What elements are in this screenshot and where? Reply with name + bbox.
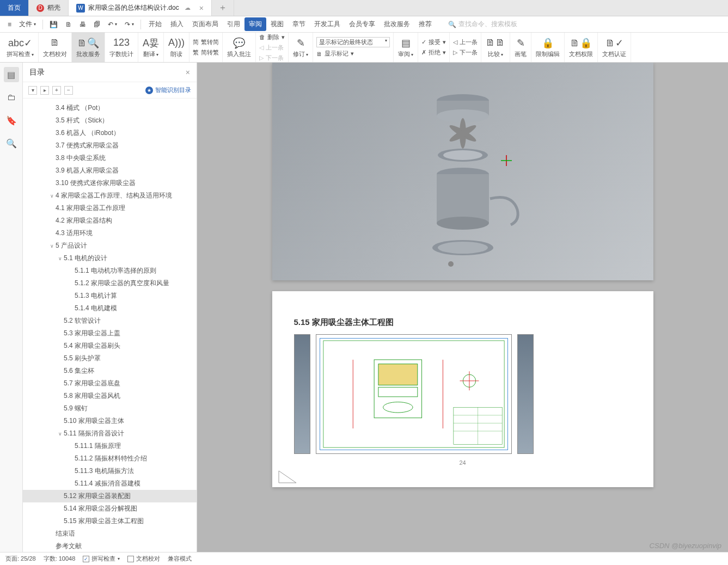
toc-item[interactable]: 3.10 便携式迷你家用吸尘器 (23, 177, 197, 189)
status-proof[interactable]: 文档校对 (127, 555, 160, 563)
search-box[interactable]: 🔍 查找命令、搜索模板 (448, 20, 517, 29)
ribbon-insert-comment[interactable]: 💬插入批注 (223, 33, 256, 62)
ribbon-tab-5[interactable]: 视图 (266, 17, 288, 31)
toc-item[interactable]: 结束语 (23, 527, 197, 540)
qat-undo[interactable]: ↶▾ (105, 19, 120, 30)
ribbon-markup-service[interactable]: 🗎🔍批改服务 (72, 33, 105, 62)
ribbon-doc-perms[interactable]: 🗎🔒文档权限 (565, 33, 598, 62)
toc-item[interactable]: 5.1.2 家用吸尘器的真空度和风量 (23, 277, 197, 290)
toc-item[interactable]: 5.2 软管设计 (23, 315, 197, 327)
toc-close-button[interactable]: × (186, 68, 190, 77)
ribbon-tab-0[interactable]: 开始 (144, 17, 166, 31)
status-wordcount[interactable]: 字数: 10048 (44, 555, 76, 563)
ribbon-tab-8[interactable]: 会员专享 (345, 17, 380, 31)
qat-print-preview[interactable]: 🗎 (62, 19, 75, 30)
toc-item[interactable]: 5.1.3 电机计算 (23, 290, 197, 302)
toc-item[interactable]: 5.1.4 电机建模 (23, 302, 197, 315)
ribbon-prev-change[interactable]: ◁上一条 (453, 38, 478, 47)
toc-item[interactable]: 5.4 家用吸尘器刷头 (23, 340, 197, 352)
ribbon-next-comment[interactable]: ▷下一条 (259, 53, 285, 63)
ribbon-to-traditional[interactable]: 繁简转繁 (193, 48, 219, 57)
ribbon-translate[interactable]: A㚻翻译▾ (138, 33, 164, 62)
ribbon-tab-3[interactable]: 引用 (223, 17, 244, 31)
qat-print[interactable]: 🖶 (76, 19, 89, 30)
ribbon-review-pane[interactable]: ▤审阅▾ (394, 33, 418, 62)
toc-item[interactable]: 5.6 集尘杯 (23, 365, 197, 377)
ribbon-spellcheck[interactable]: abc✓拼写检查▾ (2, 33, 39, 62)
tab-close-button[interactable]: × (199, 4, 204, 13)
document-canvas[interactable]: 5.15 家用吸尘器主体工程图 (197, 63, 728, 552)
toc-expand-all[interactable]: ▾ (28, 86, 37, 95)
toc-item[interactable]: ∨5.11 隔振消音器设计 (23, 427, 197, 440)
ribbon-read-aloud[interactable]: A)))朗读 (164, 33, 189, 62)
toc-item[interactable]: 3.8 中央吸尘系统 (23, 152, 197, 164)
ribbon-tab-2[interactable]: 页面布局 (188, 17, 223, 31)
toc-item[interactable]: 3.4 桶式 （Pot） (23, 102, 197, 114)
toc-item[interactable]: ∨4 家用吸尘器工作原理、结构及适用环境 (23, 189, 197, 202)
toc-item[interactable]: 3.5 杆式 （Stick） (23, 114, 197, 127)
nav-search-button[interactable]: 🔍 (4, 136, 19, 151)
ribbon-next-change[interactable]: ▷下一条 (453, 48, 478, 57)
tab-document[interactable]: W 家用吸尘器的总体结构设计.doc ☁ × (69, 0, 212, 16)
toc-item[interactable]: 5.11.1 隔振原理 (23, 440, 197, 452)
ribbon-reject[interactable]: ✗拒绝▾ (421, 48, 446, 57)
qat-redo[interactable]: ↷▾ (121, 19, 137, 30)
ribbon-accept[interactable]: ✓接受▾ (421, 38, 446, 47)
ribbon-brush[interactable]: ✎画笔 (510, 33, 531, 62)
nav-outline-button[interactable]: ▤ (4, 67, 19, 82)
toc-item[interactable]: 4.2 家用吸尘器结构 (23, 214, 197, 227)
toc-item[interactable]: 5.1.1 电动机功率选择的原则 (23, 265, 197, 277)
ribbon-prev-comment[interactable]: ◁上一条 (259, 43, 285, 52)
toc-item[interactable]: 5.10 家用吸尘器主体 (23, 415, 197, 427)
ribbon-doc-proof[interactable]: 🗎文档校对 (39, 33, 72, 62)
ribbon-tab-4[interactable]: 审阅 (244, 17, 266, 31)
toc-demote[interactable]: − (64, 86, 73, 95)
status-spellcheck[interactable]: ✓拼写检查 ▾ (83, 555, 120, 563)
toc-item[interactable]: 5.11.2 隔振材料特性介绍 (23, 452, 197, 465)
toc-item[interactable]: 5.7 家用吸尘器底盘 (23, 377, 197, 390)
ribbon-tab-6[interactable]: 章节 (288, 17, 310, 31)
status-compat-mode[interactable]: 兼容模式 (168, 555, 192, 563)
qat-save[interactable]: 💾 (46, 19, 61, 30)
ribbon-to-simplified[interactable]: 简繁转简 (193, 38, 219, 47)
toc-item[interactable]: 3.6 机器人 （iRobot） (23, 127, 197, 139)
ribbon-tab-1[interactable]: 插入 (166, 17, 188, 31)
toc-item[interactable]: ∨5.1 电机的设计 (23, 252, 197, 265)
chevron-down-icon[interactable]: ∨ (48, 193, 56, 199)
ribbon-wordcount[interactable]: 123字数统计 (105, 33, 138, 62)
ribbon-compare[interactable]: 🗎🗎比较▾ (481, 33, 510, 62)
toc-promote[interactable]: + (52, 86, 61, 95)
toc-list[interactable]: 3.4 桶式 （Pot）3.5 杆式 （Stick）3.6 机器人 （iRobo… (23, 99, 197, 552)
toc-item[interactable]: 5.5 刷头护罩 (23, 352, 197, 365)
toc-item[interactable]: 5.11.3 电机隔振方法 (23, 465, 197, 477)
chevron-down-icon[interactable]: ∨ (56, 256, 64, 261)
ribbon-tab-9[interactable]: 批改服务 (380, 17, 414, 31)
tab-add[interactable]: ＋ (212, 0, 234, 16)
qat-export[interactable]: 🗐 (90, 19, 103, 30)
ribbon-doc-cert[interactable]: 🗎✓文档认证 (598, 33, 631, 62)
nav-bookmark-button[interactable]: 🔖 (4, 113, 19, 128)
status-page[interactable]: 页面: 25/28 (5, 555, 36, 563)
tab-daoke[interactable]: D稻壳 (29, 0, 69, 16)
toc-item[interactable]: 5.3 家用吸尘器上盖 (23, 327, 197, 340)
menu-file[interactable]: 文件▾ (16, 17, 39, 31)
toc-item[interactable]: 3.7 便携式家用吸尘器 (23, 139, 197, 152)
ribbon-restrict-edit[interactable]: 🔒限制编辑 (531, 33, 565, 62)
ribbon-tab-10[interactable]: 推荐 (414, 17, 436, 31)
ribbon-show-marks[interactable]: 🗎显示标记▾ (316, 49, 390, 58)
toc-item[interactable]: 5.9 螺钉 (23, 402, 197, 415)
ribbon-track-changes[interactable]: ✎修订▾ (289, 33, 313, 62)
toc-item[interactable]: ∨5 产品设计 (23, 239, 197, 252)
chevron-down-icon[interactable]: ∨ (56, 431, 64, 437)
nav-pages-button[interactable]: 🗀 (4, 90, 19, 105)
toc-item[interactable]: 5.15 家用吸尘器主体工程图 (23, 515, 197, 527)
toc-collapse-all[interactable]: ▸ (40, 86, 49, 95)
ribbon-display-state[interactable]: 显示标记的最终状态 ▾ (316, 36, 390, 48)
tab-home[interactable]: 首页 (0, 0, 29, 16)
toc-item[interactable]: 5.14 家用吸尘器分解视图 (23, 502, 197, 515)
toc-item[interactable]: 参考文献 (23, 540, 197, 552)
toc-item[interactable]: 3.9 机器人家用吸尘器 (23, 164, 197, 177)
chevron-down-icon[interactable]: ∨ (48, 243, 56, 249)
toc-item[interactable]: 5.12 家用吸尘器装配图 (23, 490, 197, 502)
toc-item[interactable]: 5.11.4 减振消音器建模 (23, 477, 197, 490)
